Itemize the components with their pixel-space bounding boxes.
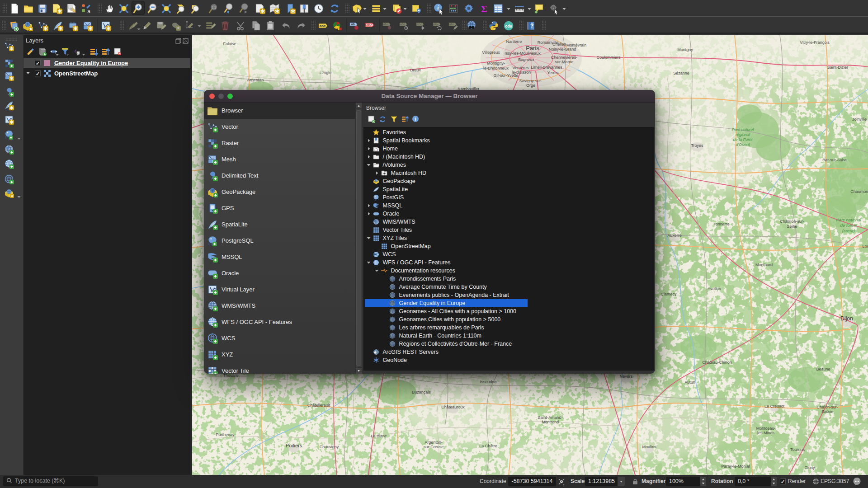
svg-text:Nanterre: Nanterre [506,39,522,44]
svg-text:1:1: 1:1 [212,6,216,9]
svg-text:ab: ab [351,23,355,26]
svg-text:Coulommiers: Coulommiers [596,55,621,60]
svg-text:Avallon: Avallon [708,286,721,291]
svg-text:Bagneux: Bagneux [518,57,534,62]
svg-text:Saint-Dizier: Saint-Dizier [827,65,849,70]
svg-text:Tournus: Tournus [790,447,805,452]
svg-text:Thouars: Thouars [223,373,238,378]
svg-text:Autun: Autun [684,380,695,385]
svg-text:d'Orient: d'Orient [736,142,750,147]
svg-text:de forêts: de forêts [840,223,857,228]
svg-text:Paray-le-Monial: Paray-le-Monial [721,464,750,469]
svg-text:le-Bretonneux: le-Bretonneux [483,66,509,70]
svg-text:Buzançais: Buzançais [412,390,431,394]
svg-text:Le Blanc: Le Blanc [371,434,387,438]
svg-text:Montbard: Montbard [755,263,773,267]
svg-text:Saône: Saône [821,409,833,414]
svg-text:Vitry-le-François: Vitry-le-François [800,40,830,45]
svg-text:Saint-Amand-: Saint-Amand- [538,415,562,420]
svg-text:Chauvigny: Chauvigny [320,445,339,449]
svg-text:Noisy-le-Grand: Noisy-le-Grand [549,47,576,52]
svg-text:régional: régional [736,132,750,137]
svg-text:Beaune: Beaune [816,367,830,371]
svg-text:Seine: Seine [787,224,797,229]
svg-text:sur-Creuse: sur-Creuse [424,445,444,449]
svg-text:Falaise: Falaise [223,42,236,46]
svg-text:le-Buisson: le-Buisson [512,70,531,75]
svg-text:de la Forêt: de la Forêt [733,137,753,142]
svg-text:Montrond: Montrond [542,420,559,424]
svg-text:Parthenay: Parthenay [216,432,235,437]
svg-text:Villepreux: Villepreux [482,50,500,55]
svg-text:Argenton-: Argenton- [425,440,443,445]
svg-text:Parc national: Parc national [836,217,861,222]
svg-text:Nevers: Nevers [620,374,633,379]
svg-text:Limeil-Brévannes: Limeil-Brévannes [531,65,562,70]
svg-text:Savigny-sur-: Savigny-sur- [519,79,542,83]
svg-text:abc: abc [417,23,422,26]
svg-text:Chennevières-: Chennevières- [551,55,578,60]
svg-text:Σ: Σ [481,4,487,14]
svg-text:Issy-les-Moulineaux: Issy-les-Moulineaux [505,51,541,56]
svg-text:Troyes: Troyes [691,143,703,148]
svg-text:abc: abc [434,23,439,26]
svg-text:Chaumont: Chaumont [850,189,868,194]
svg-text:ods: ods [505,24,512,28]
svg-text:sur-Marne: sur-Marne [555,60,573,64]
svg-text:Clamecy: Clamecy [660,292,677,296]
svg-text:les Mines: les Mines [757,431,775,435]
svg-text:Sézanne: Sézanne [673,71,689,75]
svg-text:Issoudun: Issoudun [480,380,497,384]
svg-text:Le Creusot: Le Creusot [764,404,785,408]
svg-text:abc: abc [400,23,406,26]
svg-text:Montceau-: Montceau- [756,426,776,431]
svg-text:i: i [415,117,416,122]
svg-text:Lou: Lou [862,244,868,249]
svg-text:abc: abc [319,24,326,28]
svg-text:Cluny: Cluny [804,465,815,470]
svg-text:Auxerre: Auxerre [667,233,682,238]
svg-text:Dijon: Dijon [840,315,853,322]
svg-text:Argentan: Argentan [247,78,264,82]
svg-text:ε: ε [75,47,77,54]
svg-text:Montigny-: Montigny- [487,61,505,66]
svg-text:(cœur): (cœur) [842,228,855,233]
svg-text:?: ? [530,23,533,29]
svg-text:Châtellerault: Châtellerault [307,403,330,408]
svg-text:Montgny-: Montgny- [677,47,694,52]
svg-text:Joinville: Joinville [852,117,867,122]
svg-text:Bar-sur-Aube: Bar-sur-Aube [822,158,847,162]
svg-text:Château-Chinon: Château-Chinon [702,360,732,365]
svg-text:Dreux: Dreux [410,68,421,72]
svg-text:Châteauroux: Châteauroux [441,405,465,409]
svg-text:Chelles: Chelles [552,42,566,47]
svg-text:Yerres: Yerres [547,70,559,75]
svg-text:Poitiers: Poitiers [286,443,302,448]
svg-text:La Châtre: La Châtre [479,444,497,448]
svg-text:Verrières-: Verrières- [512,66,530,70]
svg-text:abc: abc [383,23,389,26]
svg-text:abc: abc [449,23,455,26]
svg-text:Moulins: Moulins [642,445,656,449]
svg-text:Paris: Paris [526,45,539,52]
svg-text:Tonnerre: Tonnerre [713,222,730,226]
svg-text:Châtillon-sur-: Châtillon-sur- [780,219,804,224]
svg-text:L'Aigle: L'Aigle [320,70,332,75]
svg-text:Parc naturel: Parc naturel [732,127,755,132]
svg-text:Orge: Orge [526,83,535,88]
svg-text:abc: abc [366,23,372,27]
svg-text:a: a [87,8,90,14]
svg-text:Chalon-sur-: Chalon-sur- [816,405,838,409]
